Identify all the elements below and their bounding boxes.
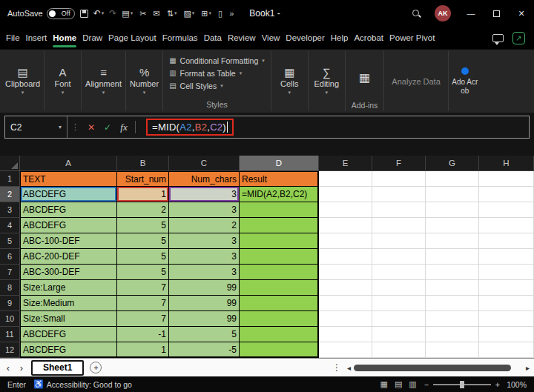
cell-f8[interactable] — [372, 280, 426, 296]
cell-a1[interactable]: TEXT — [20, 171, 117, 187]
sheet-tab-sheet1[interactable]: Sheet1 — [31, 360, 84, 376]
save-icon[interactable] — [80, 10, 88, 18]
select-all-button[interactable] — [0, 156, 20, 171]
horizontal-scrollbar[interactable]: ◂ ▸ — [347, 364, 530, 372]
cell-g4[interactable] — [426, 218, 479, 233]
row-header-2[interactable]: 2 — [0, 187, 20, 202]
scrollbar-thumb[interactable] — [354, 365, 511, 371]
cell-f2[interactable] — [372, 187, 426, 202]
normal-view-button[interactable]: ▦ — [380, 379, 388, 389]
cell-e4[interactable] — [319, 218, 372, 233]
cell-a7[interactable]: ABC-300-DEF — [20, 265, 117, 280]
menu-tab-insert[interactable]: Insert — [23, 27, 50, 49]
cell-h6[interactable] — [479, 249, 534, 265]
cell-f3[interactable] — [372, 202, 426, 218]
cell-c7[interactable]: 3 — [169, 265, 240, 280]
row-header-5[interactable]: 5 — [0, 233, 20, 249]
cell-g9[interactable] — [426, 296, 479, 311]
cell-g1[interactable] — [426, 171, 479, 187]
accessibility-status[interactable]: ♿ Accessibility: Good to go — [33, 379, 132, 389]
cell-h4[interactable] — [479, 218, 534, 233]
scroll-right-icon[interactable]: ▸ — [526, 364, 530, 372]
row-header-7[interactable]: 7 — [0, 265, 20, 280]
cancel-button[interactable]: ✕ — [83, 122, 99, 133]
cell-e12[interactable] — [319, 342, 372, 358]
cell-g10[interactable] — [426, 311, 479, 327]
cell-b11[interactable]: -1 — [117, 327, 169, 342]
cell-g3[interactable] — [426, 202, 479, 218]
menu-tab-page-layout[interactable]: Page Layout — [105, 27, 159, 49]
cell-b3[interactable]: 2 — [117, 202, 169, 218]
cell-d5[interactable] — [240, 233, 319, 249]
redo-button[interactable]: ↷ — [109, 8, 116, 19]
page-break-view-button[interactable]: ▥ — [409, 379, 416, 389]
column-header-g[interactable]: G — [426, 156, 479, 171]
name-box[interactable]: C2 ▾ — [5, 116, 67, 138]
cell-c8[interactable]: 99 — [169, 280, 240, 296]
row-header-12[interactable]: 12 — [0, 342, 20, 358]
cell-d1[interactable]: Result — [240, 171, 319, 187]
paste-icon[interactable]: ▤▾ — [122, 9, 133, 19]
zoom-level[interactable]: 100% — [504, 380, 527, 389]
prev-sheet-button[interactable]: ‹ — [4, 362, 12, 373]
menu-tab-acrobat[interactable]: Acrobat — [351, 27, 386, 49]
fill-color-icon[interactable]: ▨▾ — [183, 9, 194, 19]
column-header-e[interactable]: E — [319, 156, 372, 171]
cell-f9[interactable] — [372, 296, 426, 311]
cell-c1[interactable]: Num_chars — [169, 171, 240, 187]
zoom-slider-thumb[interactable] — [460, 381, 464, 388]
cell-e10[interactable] — [319, 311, 372, 327]
cell-d8[interactable] — [240, 280, 319, 296]
ribbon-group-add-ins[interactable]: ▦Add-ins — [346, 51, 385, 111]
cell-b4[interactable]: 5 — [117, 218, 169, 233]
cell-b2[interactable]: 1 — [117, 187, 169, 202]
cell-e8[interactable] — [319, 280, 372, 296]
toolbar-overflow-button[interactable]: » — [229, 9, 234, 18]
scrollbar-track[interactable] — [354, 364, 523, 372]
cell-c4[interactable]: 2 — [169, 218, 240, 233]
cell-d9[interactable] — [240, 296, 319, 311]
cell-f5[interactable] — [372, 233, 426, 249]
row-header-9[interactable]: 9 — [0, 296, 20, 311]
ribbon-group-cells[interactable]: ▦Cells▾ — [271, 51, 309, 111]
cell-h11[interactable] — [479, 327, 534, 342]
menu-tab-power-pivot[interactable]: Power Pivot — [386, 27, 438, 49]
cell-b6[interactable]: 5 — [117, 249, 169, 265]
cell-d12[interactable] — [240, 342, 319, 358]
cut-icon[interactable]: ✂ — [139, 9, 146, 19]
cell-g2[interactable] — [426, 187, 479, 202]
column-header-a[interactable]: A — [20, 156, 117, 171]
cell-d2[interactable]: =MID(A2,B2,C2) — [240, 187, 319, 202]
menu-tab-home[interactable]: Home — [50, 27, 79, 49]
cell-b9[interactable]: 7 — [117, 296, 169, 311]
cell-b1[interactable]: Start_num — [117, 171, 169, 187]
cell-d4[interactable] — [240, 218, 319, 233]
row-header-10[interactable]: 10 — [0, 311, 20, 327]
cell-e5[interactable] — [319, 233, 372, 249]
autosave-toggle[interactable]: Off — [47, 8, 75, 19]
cell-h9[interactable] — [479, 296, 534, 311]
cell-f4[interactable] — [372, 218, 426, 233]
column-header-h[interactable]: H — [479, 156, 534, 171]
column-header-d[interactable]: D — [240, 156, 319, 171]
row-header-3[interactable]: 3 — [0, 202, 20, 218]
ribbon-button-conditional-formatting[interactable]: ▦Conditional Formatting▾ — [169, 54, 265, 67]
cell-e7[interactable] — [319, 265, 372, 280]
cell-d11[interactable] — [240, 327, 319, 342]
cell-a12[interactable]: ABCDEFG — [20, 342, 117, 358]
cell-h1[interactable] — [479, 171, 534, 187]
ribbon-group-clipboard[interactable]: ▤Clipboard▾ — [1, 51, 44, 111]
autosave-control[interactable]: AutoSave Off — [7, 8, 75, 19]
cell-g12[interactable] — [426, 342, 479, 358]
device-icon[interactable]: ▯ — [218, 9, 222, 19]
cell-b7[interactable]: 5 — [117, 265, 169, 280]
cell-c5[interactable]: 3 — [169, 233, 240, 249]
ribbon-button-cell-styles[interactable]: ▤Cell Styles▾ — [169, 79, 265, 92]
menu-tab-help[interactable]: Help — [328, 27, 352, 49]
add-sheet-button[interactable]: + — [90, 362, 102, 373]
sort-icon[interactable]: ⇅▾ — [167, 9, 177, 19]
share-button[interactable]: ↗ — [512, 32, 525, 44]
cell-c3[interactable]: 3 — [169, 202, 240, 218]
row-header-8[interactable]: 8 — [0, 280, 20, 296]
cell-a6[interactable]: ABC-200-DEF — [20, 249, 117, 265]
